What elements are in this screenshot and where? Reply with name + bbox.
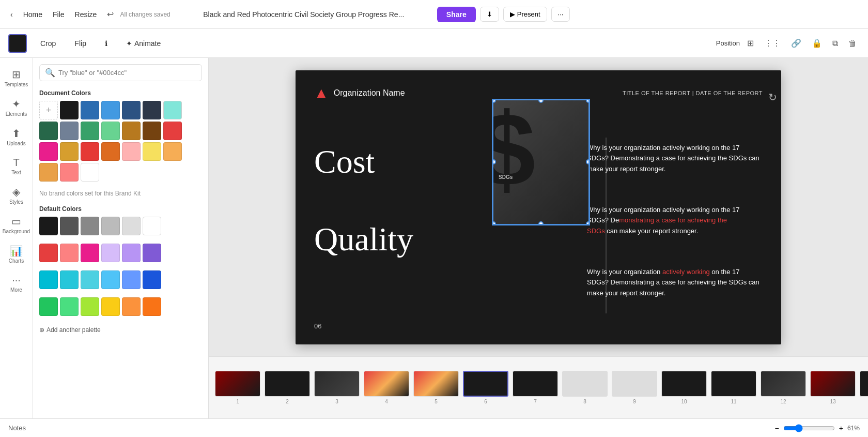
def-green-2[interactable] <box>60 297 79 316</box>
undo-btn[interactable]: ↩ <box>103 7 118 21</box>
add-palette-button[interactable]: ⊕ Add another palette <box>39 324 101 336</box>
sidebar-item-styles[interactable]: ◈ Styles <box>2 182 31 209</box>
def-teal-1[interactable] <box>39 270 58 289</box>
color-search-input[interactable] <box>58 69 196 77</box>
doc-color-16[interactable] <box>81 142 99 161</box>
doc-color-8[interactable] <box>60 122 79 140</box>
distribute-icon-btn[interactable]: ⋮⋮ <box>761 36 784 50</box>
notes-button[interactable]: Notes <box>8 424 26 432</box>
def-black-2[interactable] <box>60 217 79 235</box>
doc-color-10[interactable] <box>101 122 120 140</box>
sidebar-item-background[interactable]: ▭ Background <box>2 211 31 238</box>
doc-color-13[interactable] <box>163 122 182 140</box>
def-black-4[interactable] <box>101 217 120 235</box>
def-red-2[interactable] <box>60 244 79 262</box>
doc-color-17[interactable] <box>101 142 120 161</box>
thumb-item-11[interactable]: 11 <box>711 371 756 404</box>
add-color-swatch[interactable]: + <box>39 101 58 119</box>
def-green-6[interactable] <box>143 297 161 316</box>
doc-color-11[interactable] <box>122 122 141 140</box>
doc-color-4[interactable] <box>122 101 141 119</box>
selected-image-element[interactable]: $ SDGs <box>492 99 590 225</box>
thumb-item-12[interactable]: 12 <box>761 371 806 404</box>
doc-color-3[interactable] <box>101 101 120 119</box>
handle-top-right[interactable] <box>586 99 590 103</box>
def-green-4[interactable] <box>101 297 120 316</box>
more-button[interactable]: ··· <box>551 7 570 22</box>
doc-color-20[interactable] <box>163 142 182 161</box>
doc-color-14[interactable] <box>39 142 58 161</box>
def-green-3[interactable] <box>81 297 99 316</box>
thumb-item-14[interactable]: 14 <box>860 371 868 404</box>
share-button[interactable]: Share <box>437 7 476 22</box>
slide-canvas[interactable]: ↻ ▲ Organization Name TITLE OF THE REPOR… <box>296 70 781 344</box>
link-icon-btn[interactable]: 🔗 <box>788 36 804 50</box>
selected-color-swatch[interactable] <box>8 34 27 53</box>
file-btn[interactable]: File <box>49 8 69 21</box>
present-button[interactable]: ▶ Present <box>503 7 547 22</box>
resize-btn[interactable]: Resize <box>71 8 101 21</box>
thumb-item-10[interactable]: 10 <box>661 371 707 404</box>
thumb-item-5[interactable]: 5 <box>413 371 459 404</box>
animate-button[interactable]: ✦ Animate <box>121 36 166 51</box>
def-black-3[interactable] <box>81 217 99 235</box>
lock-icon-btn[interactable]: 🔒 <box>809 36 825 50</box>
doc-color-7[interactable] <box>39 122 58 140</box>
thumb-item-7[interactable]: 7 <box>513 371 558 404</box>
def-teal-4[interactable] <box>101 270 120 289</box>
sidebar-item-text[interactable]: T Text <box>2 153 31 179</box>
arrange-icon-btn[interactable]: ⧉ <box>829 37 841 50</box>
thumb-item-9[interactable]: 9 <box>612 371 657 404</box>
def-green-5[interactable] <box>122 297 141 316</box>
def-red-6[interactable] <box>143 244 161 262</box>
handle-bottom-right[interactable] <box>586 221 590 225</box>
thumb-item-6[interactable]: 6 <box>463 371 508 404</box>
info-button[interactable]: ℹ <box>100 36 113 51</box>
flip-button[interactable]: Flip <box>69 36 91 51</box>
zoom-out-btn[interactable]: − <box>775 424 779 432</box>
def-black-6[interactable] <box>143 217 161 235</box>
sidebar-item-elements[interactable]: ✦ Elements <box>2 94 31 121</box>
def-teal-5[interactable] <box>122 270 141 289</box>
thumb-item-1[interactable]: 1 <box>215 371 260 404</box>
def-red-1[interactable] <box>39 244 58 262</box>
def-red-4[interactable] <box>101 244 120 262</box>
sidebar-item-templates[interactable]: ⊞ Templates <box>2 64 31 92</box>
thumb-item-2[interactable]: 2 <box>265 371 310 404</box>
zoom-slider[interactable] <box>783 424 835 432</box>
refresh-icon[interactable]: ↻ <box>768 91 777 103</box>
thumb-item-13[interactable]: 13 <box>810 371 856 404</box>
sidebar-item-uploads[interactable]: ⬆ Uploads <box>2 123 31 150</box>
align-icon-btn[interactable]: ⊞ <box>744 36 757 50</box>
thumb-item-8[interactable]: 8 <box>562 371 608 404</box>
def-black-1[interactable] <box>39 217 58 235</box>
sidebar-item-more[interactable]: ··· More <box>2 270 31 297</box>
doc-color-23[interactable] <box>81 163 99 182</box>
doc-color-12[interactable] <box>143 122 161 140</box>
handle-mid-right[interactable] <box>586 159 590 164</box>
doc-color-2[interactable] <box>81 101 99 119</box>
doc-color-22[interactable] <box>60 163 79 182</box>
doc-color-18[interactable] <box>122 142 141 161</box>
def-green-1[interactable] <box>39 297 58 316</box>
def-teal-3[interactable] <box>81 270 99 289</box>
doc-color-15[interactable] <box>60 142 79 161</box>
def-black-5[interactable] <box>122 217 141 235</box>
thumb-item-3[interactable]: 3 <box>314 371 360 404</box>
trash-icon-btn[interactable]: 🗑 <box>845 37 860 50</box>
home-btn[interactable]: Home <box>19 8 47 21</box>
doc-color-21[interactable] <box>39 163 58 182</box>
sidebar-item-charts[interactable]: 📊 Charts <box>2 240 31 268</box>
chevron-back-btn[interactable]: ‹ <box>6 8 17 21</box>
def-red-3[interactable] <box>81 244 99 262</box>
crop-button[interactable]: Crop <box>35 36 61 51</box>
handle-bottom-mid[interactable] <box>538 221 544 225</box>
def-teal-6[interactable] <box>143 270 161 289</box>
zoom-in-btn[interactable]: + <box>839 424 843 432</box>
thumb-item-4[interactable]: 4 <box>364 371 409 404</box>
doc-color-9[interactable] <box>81 122 99 140</box>
def-red-5[interactable] <box>122 244 141 262</box>
download-button[interactable]: ⬇ <box>480 7 499 22</box>
doc-color-1[interactable] <box>60 101 79 119</box>
doc-color-19[interactable] <box>143 142 161 161</box>
